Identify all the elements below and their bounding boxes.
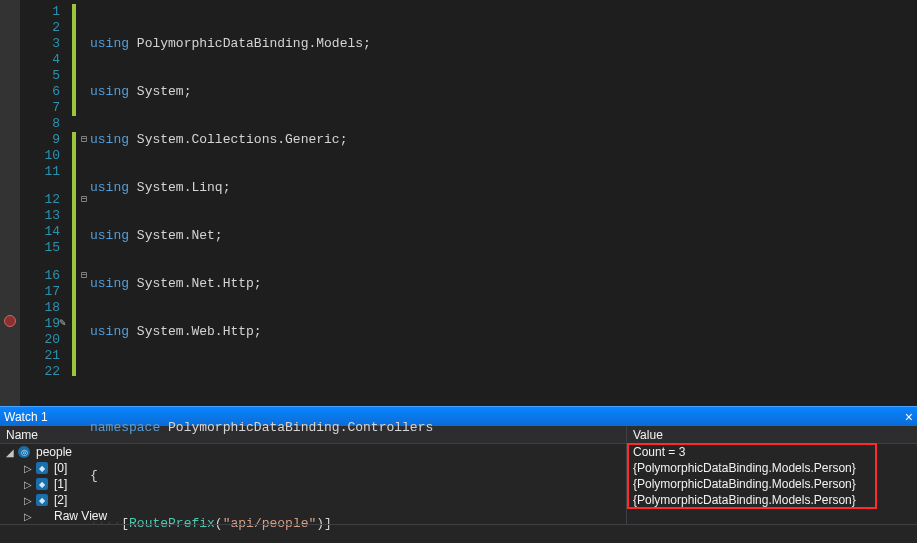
fold-toggle[interactable]: ⊟ [78, 192, 90, 208]
line-number: 2 [20, 20, 70, 36]
field-icon: ◆ [36, 494, 48, 506]
field-icon: ◆ [36, 478, 48, 490]
line-number: 17 [20, 284, 70, 300]
watch-empty-row[interactable] [0, 524, 917, 540]
expand-icon[interactable]: ▷ [22, 462, 34, 474]
line-number: 20 [20, 332, 70, 348]
watch-name: [2] [54, 493, 67, 507]
collapse-icon[interactable]: ◢ [4, 446, 16, 458]
watch-name: [0] [54, 461, 67, 475]
change-bar [72, 4, 76, 116]
line-number: 9 [20, 132, 70, 148]
fold-toggle[interactable]: ⊟ [78, 132, 90, 148]
watch-value: Count = 3 [627, 445, 917, 459]
line-number: 10 [20, 148, 70, 164]
breakpoint-icon[interactable] [4, 315, 16, 327]
watch-value: {PolymorphicDataBinding.Models.Person} [627, 461, 917, 475]
line-number: 21 [20, 348, 70, 364]
watch-name: people [36, 445, 72, 459]
watch-name: Raw View [54, 509, 107, 523]
watch-rows[interactable]: ◢ ◎ people Count = 3 ▷ ◆ [0] {Polymorphi… [0, 444, 917, 540]
line-number: 14 [20, 224, 70, 240]
field-icon: ◆ [36, 462, 48, 474]
expand-icon[interactable]: ▷ [22, 510, 34, 522]
line-number: 1 [20, 4, 70, 20]
watch-value: {PolymorphicDataBinding.Models.Person} [627, 493, 917, 507]
line-number: 12 [20, 192, 70, 208]
line-number: 11 [20, 164, 70, 192]
line-number: 15 [20, 240, 70, 268]
line-number: 6 [20, 84, 70, 100]
object-icon: ◎ [18, 446, 30, 458]
watch-title: Watch 1 [4, 410, 48, 424]
watch-row-item[interactable]: ▷ ◆ [0] {PolymorphicDataBinding.Models.P… [0, 460, 917, 476]
line-number: 4 [20, 52, 70, 68]
line-number: 16 [20, 268, 70, 284]
line-number: 8 [20, 116, 70, 132]
watch-row-root[interactable]: ◢ ◎ people Count = 3 [0, 444, 917, 460]
change-bar [72, 132, 76, 376]
expand-icon[interactable]: ▷ [22, 478, 34, 490]
code-area[interactable]: using PolymorphicDataBinding.Models; usi… [90, 0, 917, 406]
line-number: 22 [20, 364, 70, 380]
line-number-gutter: 1 2 3 4 5 6 7 8 9 10 11 12 13 14 15 16 1… [20, 0, 70, 406]
line-number: 3 [20, 36, 70, 52]
breakpoint-gutter[interactable]: ✎ [0, 0, 20, 406]
code-editor[interactable]: ✎ 1 2 3 4 5 6 7 8 9 10 11 12 13 14 15 16… [0, 0, 917, 406]
watch-row-item[interactable]: ▷ ◆ [1] {PolymorphicDataBinding.Models.P… [0, 476, 917, 492]
fold-gutter[interactable]: ⊟ ⊟ ⊟ [78, 0, 90, 406]
line-number: 18 [20, 300, 70, 316]
edit-pencil-icon: ✎ [59, 315, 66, 331]
line-number: 5 [20, 68, 70, 84]
watch-row-rawview[interactable]: ▷ Raw View [0, 508, 917, 524]
change-gutter [70, 0, 78, 406]
expand-icon[interactable]: ▷ [22, 494, 34, 506]
fold-toggle[interactable]: ⊟ [78, 268, 90, 284]
watch-name: [1] [54, 477, 67, 491]
line-number: 13 [20, 208, 70, 224]
watch-row-item[interactable]: ▷ ◆ [2] {PolymorphicDataBinding.Models.P… [0, 492, 917, 508]
watch-value: {PolymorphicDataBinding.Models.Person} [627, 477, 917, 491]
line-number: 7 [20, 100, 70, 116]
